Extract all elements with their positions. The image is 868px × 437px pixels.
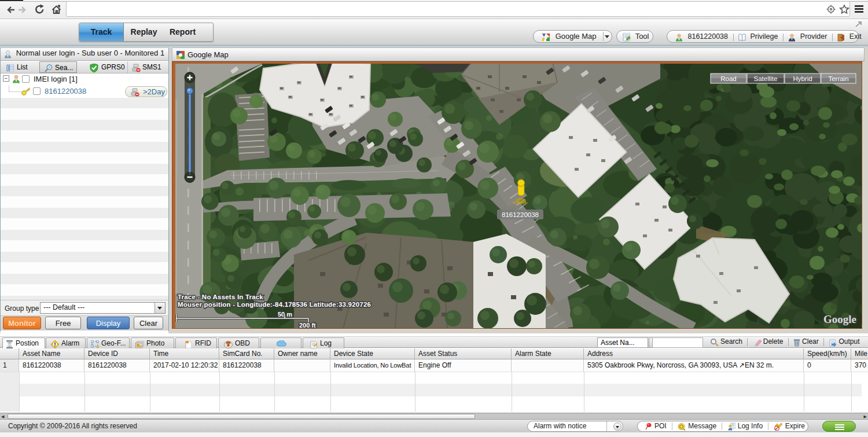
svg-text:Mouser position - Longitude:-8: Mouser position - Longitude:-84.178536 L… <box>178 301 371 308</box>
svg-text:Terrain: Terrain <box>828 75 848 82</box>
svg-text:Hybrid: Hybrid <box>793 75 812 82</box>
svg-text:Trace - No Assets In Track: Trace - No Assets In Track <box>178 293 263 300</box>
svg-text:Satellite: Satellite <box>754 75 778 82</box>
svg-text:8161220038: 8161220038 <box>502 211 539 218</box>
svg-text:N km/h: N km/h <box>513 200 527 205</box>
svg-text:Road: Road <box>720 75 737 82</box>
svg-text:Google: Google <box>823 313 856 325</box>
svg-text:200 ft: 200 ft <box>299 322 316 328</box>
